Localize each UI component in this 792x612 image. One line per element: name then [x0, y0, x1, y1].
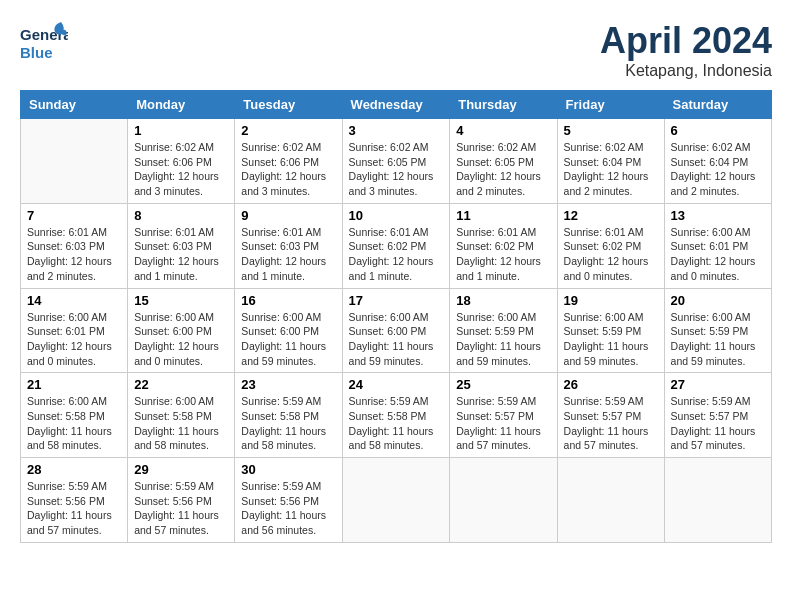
weekday-header-cell: Monday [128, 91, 235, 119]
logo: General Blue [20, 20, 68, 64]
day-info: Sunrise: 6:00 AMSunset: 5:59 PMDaylight:… [456, 310, 550, 369]
day-number: 12 [564, 208, 658, 223]
day-info: Sunrise: 6:00 AMSunset: 6:01 PMDaylight:… [27, 310, 121, 369]
day-number: 10 [349, 208, 444, 223]
calendar-table: SundayMondayTuesdayWednesdayThursdayFrid… [20, 90, 772, 543]
day-info: Sunrise: 5:59 AMSunset: 5:57 PMDaylight:… [456, 394, 550, 453]
day-info: Sunrise: 5:59 AMSunset: 5:56 PMDaylight:… [241, 479, 335, 538]
calendar-day-cell: 19Sunrise: 6:00 AMSunset: 5:59 PMDayligh… [557, 288, 664, 373]
day-number: 5 [564, 123, 658, 138]
day-info: Sunrise: 6:02 AMSunset: 6:06 PMDaylight:… [134, 140, 228, 199]
day-number: 13 [671, 208, 765, 223]
day-info: Sunrise: 6:02 AMSunset: 6:04 PMDaylight:… [564, 140, 658, 199]
weekday-header-cell: Sunday [21, 91, 128, 119]
day-number: 18 [456, 293, 550, 308]
day-number: 21 [27, 377, 121, 392]
calendar-day-cell: 25Sunrise: 5:59 AMSunset: 5:57 PMDayligh… [450, 373, 557, 458]
day-number: 26 [564, 377, 658, 392]
day-number: 14 [27, 293, 121, 308]
day-info: Sunrise: 5:59 AMSunset: 5:58 PMDaylight:… [349, 394, 444, 453]
day-info: Sunrise: 5:59 AMSunset: 5:57 PMDaylight:… [671, 394, 765, 453]
day-info: Sunrise: 6:01 AMSunset: 6:02 PMDaylight:… [349, 225, 444, 284]
calendar-day-cell [21, 119, 128, 204]
weekday-header-cell: Friday [557, 91, 664, 119]
day-number: 16 [241, 293, 335, 308]
calendar-day-cell: 27Sunrise: 5:59 AMSunset: 5:57 PMDayligh… [664, 373, 771, 458]
day-info: Sunrise: 5:59 AMSunset: 5:56 PMDaylight:… [27, 479, 121, 538]
calendar-day-cell: 26Sunrise: 5:59 AMSunset: 5:57 PMDayligh… [557, 373, 664, 458]
calendar-day-cell: 10Sunrise: 6:01 AMSunset: 6:02 PMDayligh… [342, 203, 450, 288]
day-info: Sunrise: 5:59 AMSunset: 5:58 PMDaylight:… [241, 394, 335, 453]
day-info: Sunrise: 6:02 AMSunset: 6:05 PMDaylight:… [456, 140, 550, 199]
calendar-day-cell: 4Sunrise: 6:02 AMSunset: 6:05 PMDaylight… [450, 119, 557, 204]
calendar-day-cell: 14Sunrise: 6:00 AMSunset: 6:01 PMDayligh… [21, 288, 128, 373]
calendar-day-cell: 1Sunrise: 6:02 AMSunset: 6:06 PMDaylight… [128, 119, 235, 204]
calendar-day-cell: 18Sunrise: 6:00 AMSunset: 5:59 PMDayligh… [450, 288, 557, 373]
month-title: April 2024 [600, 20, 772, 62]
calendar-day-cell: 15Sunrise: 6:00 AMSunset: 6:00 PMDayligh… [128, 288, 235, 373]
day-number: 8 [134, 208, 228, 223]
day-number: 6 [671, 123, 765, 138]
day-info: Sunrise: 6:02 AMSunset: 6:06 PMDaylight:… [241, 140, 335, 199]
calendar-day-cell: 24Sunrise: 5:59 AMSunset: 5:58 PMDayligh… [342, 373, 450, 458]
day-number: 23 [241, 377, 335, 392]
weekday-header-row: SundayMondayTuesdayWednesdayThursdayFrid… [21, 91, 772, 119]
calendar-day-cell [664, 458, 771, 543]
day-info: Sunrise: 6:00 AMSunset: 5:59 PMDaylight:… [671, 310, 765, 369]
day-info: Sunrise: 5:59 AMSunset: 5:57 PMDaylight:… [564, 394, 658, 453]
day-number: 28 [27, 462, 121, 477]
calendar-day-cell: 21Sunrise: 6:00 AMSunset: 5:58 PMDayligh… [21, 373, 128, 458]
calendar-day-cell [557, 458, 664, 543]
day-info: Sunrise: 5:59 AMSunset: 5:56 PMDaylight:… [134, 479, 228, 538]
title-block: April 2024 Ketapang, Indonesia [600, 20, 772, 80]
calendar-week-row: 28Sunrise: 5:59 AMSunset: 5:56 PMDayligh… [21, 458, 772, 543]
calendar-day-cell [450, 458, 557, 543]
day-info: Sunrise: 6:00 AMSunset: 6:00 PMDaylight:… [349, 310, 444, 369]
weekday-header-cell: Wednesday [342, 91, 450, 119]
calendar-day-cell: 5Sunrise: 6:02 AMSunset: 6:04 PMDaylight… [557, 119, 664, 204]
calendar-day-cell: 20Sunrise: 6:00 AMSunset: 5:59 PMDayligh… [664, 288, 771, 373]
calendar-week-row: 7Sunrise: 6:01 AMSunset: 6:03 PMDaylight… [21, 203, 772, 288]
day-number: 11 [456, 208, 550, 223]
calendar-day-cell: 13Sunrise: 6:00 AMSunset: 6:01 PMDayligh… [664, 203, 771, 288]
day-number: 15 [134, 293, 228, 308]
day-number: 2 [241, 123, 335, 138]
day-number: 3 [349, 123, 444, 138]
day-number: 20 [671, 293, 765, 308]
day-number: 4 [456, 123, 550, 138]
day-number: 1 [134, 123, 228, 138]
day-info: Sunrise: 6:00 AMSunset: 6:00 PMDaylight:… [241, 310, 335, 369]
day-info: Sunrise: 6:01 AMSunset: 6:03 PMDaylight:… [27, 225, 121, 284]
calendar-day-cell: 2Sunrise: 6:02 AMSunset: 6:06 PMDaylight… [235, 119, 342, 204]
day-number: 25 [456, 377, 550, 392]
calendar-day-cell: 17Sunrise: 6:00 AMSunset: 6:00 PMDayligh… [342, 288, 450, 373]
calendar-day-cell: 11Sunrise: 6:01 AMSunset: 6:02 PMDayligh… [450, 203, 557, 288]
page-header: General Blue April 2024 Ketapang, Indone… [20, 20, 772, 80]
calendar-day-cell [342, 458, 450, 543]
day-number: 27 [671, 377, 765, 392]
day-number: 24 [349, 377, 444, 392]
day-number: 17 [349, 293, 444, 308]
calendar-day-cell: 16Sunrise: 6:00 AMSunset: 6:00 PMDayligh… [235, 288, 342, 373]
day-info: Sunrise: 6:01 AMSunset: 6:02 PMDaylight:… [564, 225, 658, 284]
day-info: Sunrise: 6:00 AMSunset: 5:58 PMDaylight:… [134, 394, 228, 453]
weekday-header-cell: Tuesday [235, 91, 342, 119]
calendar-week-row: 1Sunrise: 6:02 AMSunset: 6:06 PMDaylight… [21, 119, 772, 204]
weekday-header-cell: Saturday [664, 91, 771, 119]
day-number: 19 [564, 293, 658, 308]
calendar-week-row: 14Sunrise: 6:00 AMSunset: 6:01 PMDayligh… [21, 288, 772, 373]
calendar-day-cell: 8Sunrise: 6:01 AMSunset: 6:03 PMDaylight… [128, 203, 235, 288]
day-info: Sunrise: 6:02 AMSunset: 6:04 PMDaylight:… [671, 140, 765, 199]
calendar-day-cell: 3Sunrise: 6:02 AMSunset: 6:05 PMDaylight… [342, 119, 450, 204]
calendar-day-cell: 22Sunrise: 6:00 AMSunset: 5:58 PMDayligh… [128, 373, 235, 458]
calendar-day-cell: 9Sunrise: 6:01 AMSunset: 6:03 PMDaylight… [235, 203, 342, 288]
calendar-day-cell: 30Sunrise: 5:59 AMSunset: 5:56 PMDayligh… [235, 458, 342, 543]
day-number: 30 [241, 462, 335, 477]
day-info: Sunrise: 6:01 AMSunset: 6:02 PMDaylight:… [456, 225, 550, 284]
day-number: 22 [134, 377, 228, 392]
calendar-day-cell: 29Sunrise: 5:59 AMSunset: 5:56 PMDayligh… [128, 458, 235, 543]
logo-svg: General Blue [20, 20, 68, 64]
day-info: Sunrise: 6:01 AMSunset: 6:03 PMDaylight:… [134, 225, 228, 284]
day-info: Sunrise: 6:00 AMSunset: 6:01 PMDaylight:… [671, 225, 765, 284]
weekday-header-cell: Thursday [450, 91, 557, 119]
